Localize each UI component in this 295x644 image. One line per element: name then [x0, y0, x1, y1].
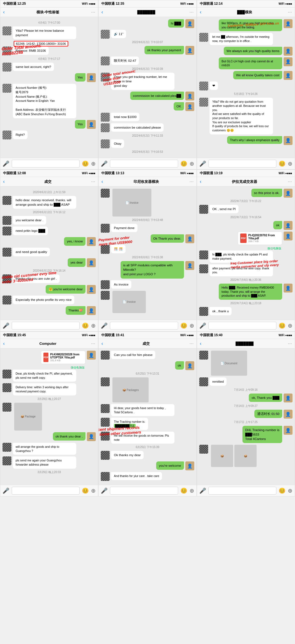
signal-icons-1-3: WiFi ●■■■: [279, 2, 292, 5]
more-button[interactable]: ···: [91, 179, 95, 185]
voice-icon[interactable]: 🎤: [101, 487, 108, 494]
back-button[interactable]: ‹: [101, 341, 103, 346]
chat-input[interactable]: [110, 160, 178, 168]
plus-icon[interactable]: ⊕: [91, 322, 96, 329]
chat-header-1-1: ‹ 模块-中性标签 ···: [0, 8, 98, 17]
emoji-icon[interactable]: 😊: [180, 322, 187, 329]
pdf-icon: PDF: [43, 353, 48, 362]
emoji-icon[interactable]: 😊: [279, 160, 286, 167]
more-button[interactable]: ···: [190, 179, 194, 185]
back-button[interactable]: ‹: [200, 341, 201, 346]
plus-icon[interactable]: ⊕: [190, 487, 194, 494]
avatar-left: [3, 456, 11, 465]
signal-icons-1-1: WiFi ●■■■: [82, 2, 95, 5]
avatar-left: [199, 205, 208, 214]
avatar-left: [199, 445, 208, 454]
emoji-icon[interactable]: 😊: [279, 487, 286, 494]
contact-name-2-1: 成交: [7, 179, 89, 184]
time-3-3: 中国联通 15:40: [200, 333, 223, 338]
avatar-right: 👤: [185, 461, 194, 470]
pdf-size: 269.7 KB: [248, 240, 280, 243]
chat-input[interactable]: [110, 322, 178, 330]
voice-icon[interactable]: 🎤: [199, 160, 206, 167]
plus-icon[interactable]: ⊕: [91, 160, 96, 167]
chat-input[interactable]: [110, 487, 178, 495]
back-button[interactable]: ‹: [200, 9, 201, 15]
msg-row: Account Number (账号): 账号2879 Account Name…: [3, 84, 96, 118]
screen-2-3: 中国联通 13:19 WiFi ●■■■ ‹ 伊拉克成交发器 ··· Iraq …: [197, 169, 295, 331]
more-button[interactable]: ···: [288, 179, 292, 185]
plus-icon[interactable]: ⊕: [288, 160, 292, 167]
voice-icon[interactable]: 🎤: [101, 322, 108, 329]
more-button[interactable]: ···: [91, 341, 95, 346]
avatar-left: [3, 216, 11, 225]
chat-input[interactable]: [12, 487, 80, 495]
package-photo-2: 📦: [234, 445, 257, 467]
chat-footer-1-2: 🎤 😊 ⊕: [99, 158, 196, 169]
emoji-icon[interactable]: 😊: [180, 487, 187, 494]
avatar-right: 👤: [284, 410, 292, 419]
emoji-icon[interactable]: 😊: [82, 160, 89, 167]
msg-row: 👤 DHL Tracking number is███5633Total 4Ca…: [199, 426, 292, 443]
bubble: let me ██ afternoon, I'm outside for mee…: [210, 33, 273, 45]
back-button[interactable]: ‹: [3, 179, 5, 185]
msg-row: Okay: [101, 139, 194, 148]
msg-row: need pritin logo ███: [3, 227, 96, 235]
back-button[interactable]: ‹: [101, 9, 103, 15]
msg-row: 👤 is all SFP modules compatible with Mik…: [101, 261, 194, 278]
msg-row: 👤 We all know Quality takes cost: [199, 71, 292, 80]
more-button[interactable]: ···: [288, 9, 292, 15]
msg-row: total now $1000: [101, 113, 194, 122]
avatar-right: 👤: [87, 120, 96, 129]
msg-row: 👤 That's why I always emphasize quality: [199, 136, 292, 145]
chat-footer-1-1: 🎤 😊 ⊕: [0, 158, 98, 169]
emoji-icon[interactable]: 😊: [82, 487, 89, 494]
wechat-note: 微信电脑版: [3, 366, 85, 370]
bubble: Right?: [13, 131, 28, 139]
more-button[interactable]: ···: [288, 341, 292, 346]
signal-icons: WiFi ●■■■: [180, 334, 194, 337]
contact-name-3-1: Computer: [7, 341, 89, 346]
signal-icons: WiFi ●■■■: [180, 172, 194, 175]
chat-input[interactable]: [12, 160, 80, 168]
avatar-left: [199, 351, 208, 360]
chat-header-3-1: ‹ Computer ···: [0, 339, 98, 348]
plus-icon[interactable]: ⊕: [190, 322, 194, 329]
chat-input[interactable]: [208, 160, 276, 168]
back-button[interactable]: ‹: [101, 179, 103, 185]
document-image: 📄 Document: [211, 351, 247, 376]
bubble: Hi dear, your goods have sent to today ,…: [111, 404, 174, 416]
back-button[interactable]: ‹: [3, 341, 5, 346]
bubble: ok: [175, 361, 184, 370]
back-button[interactable]: ‹: [200, 179, 201, 185]
chat-input[interactable]: [12, 322, 80, 330]
screen-1-1: 中国联通 12:25 WiFi ●■■■ ‹ 模块-中性标签 ··· Order…: [0, 0, 98, 169]
msg-row: 📦 Packages: [101, 377, 194, 402]
status-bar-2-3: 中国联通 13:19 WiFi ●■■■: [197, 170, 295, 177]
voice-icon[interactable]: 🎤: [3, 160, 9, 167]
voice-icon[interactable]: 🎤: [101, 160, 108, 167]
chat-input[interactable]: [208, 322, 276, 330]
voice-icon[interactable]: 🎤: [199, 487, 206, 494]
plus-icon[interactable]: ⊕: [288, 322, 292, 329]
voice-icon[interactable]: 🎤: [3, 487, 9, 494]
avatar-left: [101, 139, 110, 148]
more-button[interactable]: ···: [190, 9, 194, 15]
bubble: And thanks for yiur care . take care: [111, 472, 162, 480]
chat-footer-3-3: 🎤 😊 ⊕: [197, 485, 295, 496]
more-button-1-1[interactable]: ···: [91, 9, 95, 15]
voice-icon[interactable]: 🎤: [3, 322, 9, 329]
package-photo-1: 📦: [211, 445, 233, 467]
emoji-icon[interactable]: 😊: [279, 322, 286, 329]
emoji-icon[interactable]: 😊: [180, 160, 187, 167]
voice-icon[interactable]: 🎤: [199, 322, 206, 329]
plus-icon[interactable]: ⊕: [288, 487, 292, 494]
emoji-icon[interactable]: 😊: [82, 322, 89, 329]
plus-icon[interactable]: ⊕: [91, 487, 96, 494]
plus-icon[interactable]: ⊕: [190, 160, 194, 167]
back-button-1-1[interactable]: ‹: [3, 9, 5, 15]
chat-input[interactable]: [208, 487, 276, 495]
chat-footer-1-3: 🎤 😊 ⊕: [197, 158, 295, 169]
avatar-right: 👤: [87, 351, 96, 360]
more-button[interactable]: ···: [190, 341, 194, 346]
